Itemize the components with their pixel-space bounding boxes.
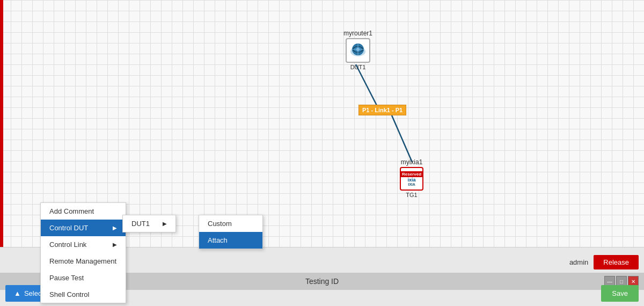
- tg-brand: IXIA: [408, 183, 415, 186]
- tg-logo-text: ixia: [407, 177, 415, 183]
- menu-item-remote-management[interactable]: Remote Management: [41, 253, 126, 269]
- testing-id-label: Testing ID: [305, 277, 339, 286]
- menu-item-add-comment[interactable]: Add Comment: [41, 203, 126, 220]
- submenu-dut: DUT1 ▶: [122, 215, 176, 232]
- tg-node[interactable]: myixia1 Reserved ixia IXIA TG1: [400, 158, 423, 198]
- svg-line-1: [392, 115, 412, 162]
- tg-sublabel: TG1: [406, 192, 417, 198]
- submenu-arrow-dut1: ▶: [163, 221, 167, 227]
- left-border: [0, 0, 3, 247]
- link-label[interactable]: P1 - Link1 - P1: [358, 105, 406, 115]
- menu-item-attach[interactable]: Attach: [199, 232, 262, 249]
- router-icon-box: [346, 38, 370, 63]
- tg-icon-box: Reserved ixia IXIA: [400, 167, 423, 191]
- menu-item-shell-control[interactable]: Shell Control: [41, 286, 126, 303]
- release-button[interactable]: Release: [594, 255, 639, 269]
- menu-item-pause-test[interactable]: Pause Test: [41, 269, 126, 286]
- submenu-arrow-dut: ▶: [113, 225, 117, 231]
- svg-line-0: [356, 64, 379, 110]
- router-sublabel: DUT1: [350, 64, 366, 70]
- context-menu: Add Comment Control DUT ▶ Control Link ▶…: [40, 202, 126, 303]
- router-label: myrouter1: [343, 30, 372, 37]
- submenu-arrow-link: ▶: [113, 242, 117, 247]
- select-options-arrow: ▲: [14, 289, 21, 297]
- router-icon: [348, 41, 368, 60]
- router-node[interactable]: myrouter1 DUT1: [343, 30, 372, 70]
- tg-label: myixia1: [401, 158, 423, 166]
- save-button[interactable]: Save: [601, 285, 639, 302]
- admin-text: admin: [569, 258, 588, 266]
- admin-bar: admin Release: [569, 255, 639, 269]
- submenu-attach: Custom Attach: [199, 215, 263, 249]
- menu-item-custom[interactable]: Custom: [199, 215, 262, 232]
- menu-item-dut1[interactable]: DUT1 ▶: [123, 215, 175, 232]
- menu-item-control-dut[interactable]: Control DUT ▶: [41, 220, 126, 236]
- tg-reserved: Reserved: [401, 171, 422, 177]
- menu-item-control-link[interactable]: Control Link ▶: [41, 236, 126, 253]
